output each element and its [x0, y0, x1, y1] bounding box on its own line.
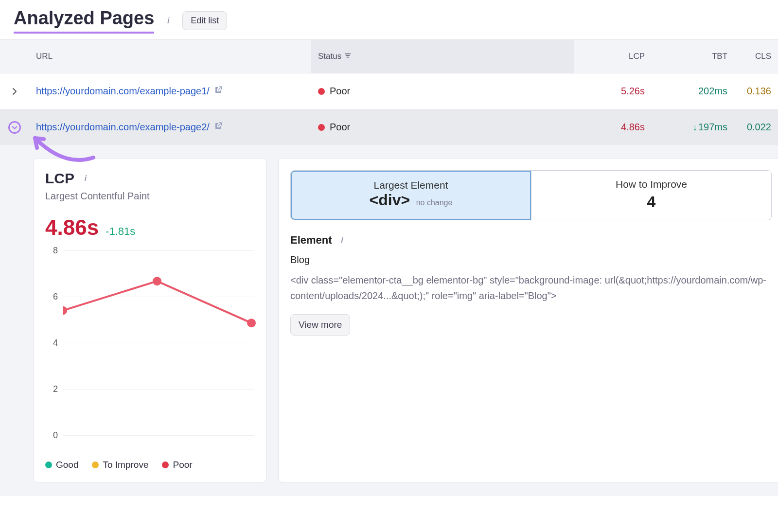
- cls-cell: 0.022: [734, 122, 778, 133]
- status-cell: Poor: [311, 122, 574, 133]
- col-cls[interactable]: CLS: [734, 52, 778, 61]
- status-dot-icon: [318, 88, 325, 95]
- view-more-button[interactable]: View more: [290, 314, 350, 336]
- svg-point-2: [247, 319, 256, 327]
- url-cell[interactable]: https://yourdomain.com/example-page1/: [29, 86, 311, 97]
- col-status-label: Status: [318, 52, 341, 61]
- tbt-value: 197ms: [698, 122, 727, 132]
- trend-down-icon: ↓: [692, 122, 697, 132]
- element-name: Blog: [290, 254, 772, 266]
- lcp-cell: 4.86s: [574, 122, 652, 133]
- chevron-right-icon: [11, 88, 18, 95]
- col-tbt[interactable]: TBT: [652, 52, 734, 61]
- tab-how-to-improve[interactable]: How to Improve 4: [531, 171, 771, 220]
- expand-toggle[interactable]: [0, 121, 29, 134]
- status-text: Poor: [330, 122, 350, 133]
- lcp-title: LCP: [45, 170, 74, 187]
- lcp-cell: 5.26s: [574, 86, 652, 97]
- info-icon[interactable]: i: [80, 173, 91, 184]
- sort-icon: [344, 52, 351, 61]
- col-lcp[interactable]: LCP: [574, 52, 652, 61]
- lcp-delta: -1.81s: [106, 225, 135, 238]
- url-text: https://yourdomain.com/example-page1/: [36, 86, 210, 96]
- table-header: URL Status LCP TBT CLS: [0, 39, 778, 73]
- tab-largest-note: no change: [416, 198, 453, 207]
- tab-improve-title: How to Improve: [536, 178, 766, 190]
- chevron-down-icon: [8, 121, 21, 134]
- element-card: Largest Element <div> no change How to I…: [278, 158, 778, 482]
- status-cell: Poor: [311, 86, 574, 97]
- tab-largest-value: <div>: [370, 191, 410, 209]
- info-icon[interactable]: i: [337, 235, 348, 246]
- chart-legend: Good To Improve Poor: [45, 460, 254, 470]
- element-section-title: Element: [290, 234, 332, 247]
- table-row[interactable]: https://yourdomain.com/example-page1/ Po…: [0, 73, 778, 109]
- external-link-icon[interactable]: [214, 86, 223, 96]
- lcp-subtitle: Largest Contentful Paint: [45, 191, 254, 202]
- lcp-value: 4.86s: [45, 215, 99, 240]
- col-url[interactable]: URL: [29, 52, 311, 61]
- page-title: Analyzed Pages: [14, 8, 154, 34]
- lcp-chart: 02468: [45, 246, 254, 450]
- status-dot-icon: [318, 124, 325, 131]
- cls-cell: 0.136: [734, 86, 778, 97]
- url-cell[interactable]: https://yourdomain.com/example-page2/: [29, 122, 311, 133]
- tab-improve-value: 4: [536, 193, 766, 211]
- svg-point-1: [153, 277, 161, 285]
- edit-list-button[interactable]: Edit list: [182, 11, 227, 30]
- legend-poor-icon: [162, 461, 169, 468]
- lcp-card: LCP i Largest Contentful Paint 4.86s -1.…: [33, 158, 266, 482]
- legend-poor-label: Poor: [173, 460, 192, 470]
- info-icon[interactable]: i: [163, 16, 174, 26]
- col-status[interactable]: Status: [311, 40, 574, 73]
- table-row[interactable]: https://yourdomain.com/example-page2/ Po…: [0, 109, 778, 145]
- external-link-icon[interactable]: [214, 122, 223, 132]
- tbt-cell: ↓197ms: [652, 122, 734, 133]
- expand-toggle[interactable]: [0, 88, 29, 95]
- legend-good-label: Good: [56, 460, 78, 470]
- element-code: <div class="elementor-cta__bg elementor-…: [290, 272, 772, 303]
- legend-improve-icon: [92, 461, 99, 468]
- status-text: Poor: [330, 86, 350, 97]
- legend-improve-label: To Improve: [103, 460, 148, 470]
- detail-tabs: Largest Element <div> no change How to I…: [290, 170, 772, 220]
- svg-point-0: [63, 306, 67, 315]
- tab-largest-element[interactable]: Largest Element <div> no change: [291, 171, 531, 220]
- tab-largest-title: Largest Element: [297, 179, 525, 191]
- tbt-cell: 202ms: [652, 86, 734, 97]
- legend-good-icon: [45, 461, 52, 468]
- url-text: https://yourdomain.com/example-page2/: [36, 122, 210, 132]
